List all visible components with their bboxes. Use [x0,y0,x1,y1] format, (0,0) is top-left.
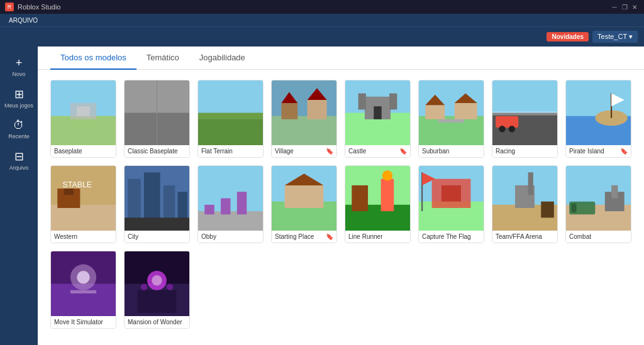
svg-point-34 [499,126,505,132]
thumb-inner-move-it-simulator [51,251,116,316]
grid-item-line-runner[interactable]: Line Runner [345,165,411,243]
tab-todos[interactable]: Todos os modelos [50,47,136,70]
sidebar-item-novo[interactable]: + Novo [2,53,36,81]
grid-item-racing[interactable]: Racing [492,80,558,158]
svg-point-94 [167,284,173,290]
thumb-inner-line-runner [345,166,410,231]
label-pirate-island: Pirate Island🔖 [566,145,631,157]
label-text-move-it-simulator: Move It Simulator [54,319,103,326]
thumb-starting-place [272,166,336,231]
grid-item-baseplate[interactable]: Baseplate [50,80,116,158]
sidebar-item-arquivo[interactable]: ⊟ Arquivo [2,146,36,175]
svg-rect-87 [70,290,96,293]
thumb-inner-castle [345,80,410,145]
label-text-obby: Obby [201,233,216,240]
svg-rect-29 [438,119,464,123]
close-button[interactable]: ✕ [630,3,639,11]
thumb-inner-obby [198,166,263,231]
grid-item-obby[interactable]: Obby [197,165,264,243]
grid-item-castle[interactable]: Castle🔖 [345,80,411,158]
svg-rect-82 [571,204,576,212]
thumb-inner-mansion-of-wonder [125,251,189,316]
svg-rect-22 [374,106,381,119]
label-line-runner: Line Runner [345,231,410,243]
menu-arquivo[interactable]: ARQUIVO [5,14,42,26]
user-menu[interactable]: Teste_CT ▾ [592,31,638,43]
label-text-pirate-island: Pirate Island [569,148,604,155]
svg-rect-10 [198,113,263,119]
grid-item-city[interactable]: City [124,165,190,243]
grid-item-classic-baseplate[interactable]: Classic Baseplate [124,80,190,158]
bookmark-icon-starting-place: 🔖 [326,233,333,240]
thumb-pirate-island [566,80,631,145]
svg-rect-56 [237,192,247,214]
label-capture-the-flag: Capture The Flag [419,231,484,243]
thumb-inner-team-ffa [492,166,557,231]
label-text-capture-the-flag: Capture The Flag [422,233,471,240]
thumb-inner-village [272,80,336,145]
svg-rect-20 [358,94,366,110]
top-bar-badges: Novidades Teste_CT ▾ [547,31,638,43]
label-text-suburban: Suburban [422,148,449,155]
grid-item-pirate-island[interactable]: Pirate Island🔖 [565,80,631,158]
label-mansion-of-wonder: Mansion of Wonder [125,316,189,328]
thumb-inner-starting-place [272,166,336,231]
svg-rect-80 [611,185,618,199]
minimize-button[interactable]: ─ [610,3,619,11]
label-text-village: Village [275,148,294,155]
grid-item-capture-the-flag[interactable]: Capture The Flag [418,165,484,243]
grid-item-move-it-simulator[interactable]: Move It Simulator [50,251,116,329]
svg-rect-32 [492,111,557,115]
grid-icon: ⊞ [14,87,24,101]
svg-rect-76 [541,202,554,218]
grid-item-western[interactable]: STABLE Western [50,165,116,243]
svg-rect-64 [381,179,394,212]
svg-point-93 [141,284,147,290]
svg-point-91 [152,275,162,285]
label-obby: Obby [198,231,263,243]
svg-rect-21 [389,94,397,110]
svg-rect-44 [64,189,74,195]
sidebar: + Novo ⊞ Meus jogos ⏱ Recente ⊟ Arquivo [0,47,38,345]
tabs-bar: Todos os modelos Temático Jogabilidade [38,47,644,70]
folder-icon: ⊟ [14,150,24,163]
label-move-it-simulator: Move It Simulator [51,316,116,328]
svg-rect-69 [441,185,461,202]
tab-jogabilidade[interactable]: Jogabilidade [189,47,255,70]
grid-container: Baseplate Classic Baseplate Flat Terrain… [38,70,644,345]
label-text-western: Western [54,233,77,240]
label-text-baseplate: Baseplate [54,148,82,155]
label-classic-baseplate: Classic Baseplate [125,145,189,157]
title-bar: R Roblox Studio ─ ❐ ✕ [0,0,644,14]
sidebar-item-recente[interactable]: ⏱ Recente [2,115,36,143]
bookmark-icon-village: 🔖 [326,148,333,155]
svg-rect-9 [198,116,263,145]
sidebar-item-meusjogos[interactable]: ⊞ Meus jogos [2,84,36,112]
thumb-western: STABLE [51,166,116,231]
tab-tematico[interactable]: Temático [136,47,189,70]
thumb-inner-racing [492,80,557,145]
svg-rect-54 [204,205,214,214]
bookmark-icon-castle: 🔖 [399,148,407,155]
label-western: Western [51,231,116,243]
templates-grid: Baseplate Classic Baseplate Flat Terrain… [50,80,631,329]
bookmark-icon-pirate-island: 🔖 [620,148,628,155]
thumb-combat [566,166,631,231]
svg-rect-42 [51,205,116,231]
grid-item-team-ffa[interactable]: Team/FFA Arena [492,165,558,243]
thumb-inner-flat-terrain [198,80,263,145]
novidades-badge[interactable]: Novidades [547,32,589,41]
label-text-mansion-of-wonder: Mansion of Wonder [128,319,182,326]
window-controls: ─ ❐ ✕ [610,3,639,11]
grid-item-mansion-of-wonder[interactable]: Mansion of Wonder [124,251,190,329]
sidebar-label-arquivo: Arquivo [9,165,29,171]
thumb-inner-pirate-island [566,80,631,145]
label-racing: Racing [492,145,557,157]
restore-button[interactable]: ❐ [620,3,629,11]
grid-item-combat[interactable]: Combat [565,165,631,243]
grid-item-flat-terrain[interactable]: Flat Terrain [197,80,264,158]
label-text-racing: Racing [496,148,515,155]
grid-item-suburban[interactable]: Suburban [418,80,484,158]
grid-item-village[interactable]: Village🔖 [271,80,337,158]
grid-item-starting-place[interactable]: Starting Place🔖 [271,165,337,243]
